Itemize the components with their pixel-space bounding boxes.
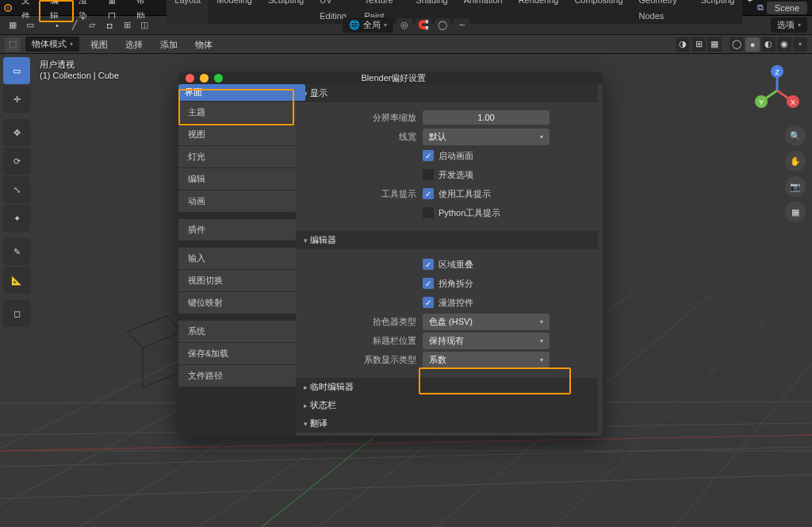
workspace-tab[interactable]: Compositing [566, 0, 630, 24]
scene-selector[interactable]: Scene [767, 2, 807, 14]
orientation-selector[interactable]: 🌐 全局▾ [343, 17, 393, 33]
nav-navigation[interactable]: 视图切换 [178, 270, 296, 292]
select-mode-icon[interactable]: ◫ [136, 18, 152, 33]
workspace-tab[interactable]: Sculpting [260, 0, 312, 24]
field-res-scale[interactable]: 1.00 [423, 110, 550, 125]
field-color-picker[interactable]: 色盘 (HSV)▾ [423, 314, 550, 330]
camera-view-icon[interactable]: 📷 [785, 176, 806, 197]
panel-translation-header[interactable]: 翻译 [296, 414, 598, 433]
select-mode-icon[interactable]: ⊞ [119, 18, 135, 33]
tool-add-cube[interactable]: ◻ [3, 300, 30, 327]
prefs-titlebar[interactable]: Blender偏好设置 [178, 72, 603, 84]
shading-options-icon[interactable]: ▾ [793, 37, 807, 52]
field-factor-display[interactable]: 系数▾ [423, 352, 550, 368]
workspace-add-button[interactable]: + [742, 0, 756, 24]
field-header-pos[interactable]: 保持现有▾ [423, 333, 550, 349]
workspace-tab[interactable]: Geometry Nodes [631, 0, 693, 24]
prefs-title: Blender偏好设置 [223, 72, 603, 84]
shading-render-icon[interactable]: ◉ [777, 37, 791, 52]
hud-persp: 用户透视 [40, 59, 119, 71]
options-dropdown[interactable]: 选项▾ [771, 17, 807, 33]
tool-move[interactable]: ✥ [3, 119, 30, 146]
check-python-tooltips[interactable]: Python工具提示 [423, 207, 595, 219]
nav-saveload[interactable]: 保存&加载 [178, 343, 296, 365]
pivot-icon[interactable]: ◎ [396, 18, 412, 33]
blender-logo-icon [0, 0, 15, 16]
prefs-nav: 界面 主题 视图 灯光 编辑 动画 插件 输入 视图切换 键位映射 系统 保存&… [178, 84, 296, 436]
tool-scale[interactable]: ⤡ [3, 176, 30, 203]
menu-viewport-select[interactable]: 选择 [119, 37, 149, 52]
proportional-icon[interactable]: ◯ [435, 18, 450, 33]
shading-matprev-icon[interactable]: ◐ [761, 37, 776, 52]
panel-display-header[interactable]: 显示 [296, 84, 598, 102]
nav-system[interactable]: 系统 [178, 321, 296, 343]
xray-icon[interactable]: ▦ [707, 37, 722, 52]
label-line-width: 线宽 [299, 131, 423, 143]
minimize-icon[interactable] [200, 74, 209, 83]
select-mode-icon[interactable]: ▱ [84, 18, 100, 33]
tool-preset-icon[interactable]: ▦ [5, 18, 21, 33]
select-mode-icon[interactable]: ╱ [67, 18, 82, 33]
tool-cursor[interactable]: ✛ [3, 86, 30, 113]
tool-measure[interactable]: 📐 [3, 267, 30, 294]
editor-type-icon[interactable]: ⬚ [5, 37, 21, 52]
prefs-content[interactable]: 显示 分辨率缩放 1.00 线宽 默认▾ ✓启动画面 开发选项 工具提示 ✓使用… [296, 84, 603, 436]
panel-temp-header[interactable]: 临时编辑器 [296, 378, 598, 396]
overlay-icon[interactable]: ◑ [676, 37, 690, 52]
tool-transform[interactable]: ✦ [3, 205, 30, 232]
check-region-overlap[interactable]: ✓区域重叠 [423, 259, 595, 271]
label-header-pos: 标题栏位置 [299, 335, 423, 347]
nav-interface[interactable]: 界面 [178, 84, 305, 102]
check-dev-extras[interactable]: 开发选项 [423, 169, 595, 181]
zoom-icon[interactable]: 🔍 [785, 125, 806, 146]
tool-preset-icon[interactable]: ▭ [22, 18, 38, 33]
nav-addons[interactable]: 插件 [178, 219, 296, 241]
nav-animation[interactable]: 动画 [178, 190, 296, 213]
maximize-icon[interactable] [214, 74, 223, 83]
workspace-tab[interactable]: Layout [167, 0, 209, 24]
menu-viewport-add[interactable]: 添加 [154, 37, 184, 52]
nav-keymap[interactable]: 键位映射 [178, 292, 296, 314]
transform-tool-cluster: 🌐 全局▾ ◎ 🧲 ◯ ∼ [343, 17, 469, 33]
panel-editors-header[interactable]: 编辑器 [296, 231, 598, 249]
shading-solid-icon[interactable]: ● [745, 37, 760, 52]
nav-themes[interactable]: 主题 [178, 102, 296, 124]
shading-wire-icon[interactable]: ◯ [730, 37, 744, 52]
tool-annotate[interactable]: ✎ [3, 238, 30, 265]
menu-viewport-object[interactable]: 物体 [189, 37, 219, 52]
viewport-nav-buttons: 🔍 ✋ 📷 ▦ [785, 125, 806, 222]
select-mode-icon[interactable]: • [49, 18, 65, 33]
overlay-icon[interactable]: ⊞ [691, 37, 706, 52]
tool-sidebar: ▭ ✛ ✥ ⟳ ⤡ ✦ ✎ 📐 ◻ [3, 57, 30, 327]
workspace-tab[interactable]: Modeling [209, 0, 260, 24]
snap-icon[interactable]: 🧲 [416, 18, 431, 33]
panel-status-header[interactable]: 状态栏 [296, 396, 598, 414]
check-use-tooltips[interactable]: ✓使用工具提示 [423, 188, 595, 200]
pan-icon[interactable]: ✋ [785, 151, 806, 171]
menu-viewport-view[interactable]: 视图 [84, 37, 114, 52]
nav-filepaths[interactable]: 文件路径 [178, 365, 296, 387]
close-icon[interactable] [186, 74, 194, 83]
nav-input[interactable]: 输入 [178, 248, 296, 270]
navigation-gizmo[interactable]: X Y Z [752, 65, 802, 116]
check-nav-controls[interactable]: ✓漫游控件 [423, 297, 595, 309]
mac-traffic-lights[interactable] [178, 74, 223, 83]
workspace-tab[interactable]: Rendering [511, 0, 567, 24]
tool-rotate[interactable]: ⟳ [3, 148, 30, 175]
viewport-header: ⬚ 物体模式▾ 视图 选择 添加 物体 ◑ ⊞ ▦ ◯ ● ◐ ◉ ▾ [0, 35, 812, 54]
tool-select-box[interactable]: ▭ [3, 57, 30, 84]
check-corner-split[interactable]: ✓拐角拆分 [423, 278, 595, 290]
hud-collection: (1) Collection | Cube [40, 71, 119, 80]
viewport-hud: 用户透视 (1) Collection | Cube [40, 59, 119, 80]
mode-selector[interactable]: 物体模式▾ [25, 37, 79, 52]
nav-lights[interactable]: 灯光 [178, 146, 296, 168]
curve-icon[interactable]: ∼ [454, 18, 469, 33]
persp-ortho-icon[interactable]: ▦ [785, 202, 806, 222]
workspace-tab[interactable]: Scripting [693, 0, 743, 24]
nav-editing[interactable]: 编辑 [178, 168, 296, 190]
scene-icon: ⧉ [757, 2, 764, 13]
check-splash[interactable]: ✓启动画面 [423, 150, 595, 162]
field-line-width[interactable]: 默认▾ [423, 129, 550, 145]
nav-viewport[interactable]: 视图 [178, 124, 296, 146]
select-mode-icon[interactable]: ◘ [102, 18, 117, 33]
